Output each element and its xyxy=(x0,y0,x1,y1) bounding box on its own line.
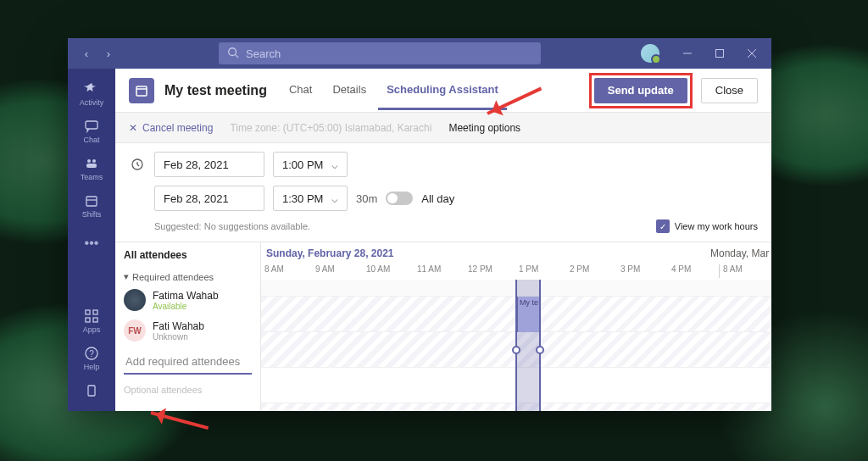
grid-area[interactable]: My te xyxy=(261,280,771,411)
hour-label: 8 AM xyxy=(719,264,770,278)
add-required-attendee-input[interactable] xyxy=(124,350,252,375)
svg-rect-9 xyxy=(86,164,97,168)
start-time-value: 1:00 PM xyxy=(282,158,323,171)
attendee-status: Available xyxy=(153,302,219,311)
meeting-tabs: Chat Details Scheduling Assistant xyxy=(281,71,507,110)
attendee-avatar xyxy=(124,289,146,311)
allday-label: All day xyxy=(421,192,454,205)
sidebar-label: Activity xyxy=(80,98,104,107)
hour-label: 11 AM xyxy=(414,264,465,278)
svg-rect-14 xyxy=(86,318,90,322)
attendee-row[interactable]: Fatima Wahab Available xyxy=(124,289,252,311)
hour-label: 4 PM xyxy=(668,264,719,278)
svg-rect-19 xyxy=(136,86,147,96)
end-date-input[interactable] xyxy=(154,186,264,211)
close-button[interactable]: Close xyxy=(701,78,758,103)
allday-toggle[interactable] xyxy=(386,192,413,205)
send-update-button[interactable]: Send update xyxy=(594,78,687,103)
start-date-input[interactable] xyxy=(154,152,264,177)
sidebar-label: Chat xyxy=(83,136,99,144)
cancel-meeting-label: Cancel meeting xyxy=(142,122,213,134)
svg-rect-18 xyxy=(88,386,95,396)
attendee-row[interactable]: FW Fati Wahab Unknown xyxy=(124,319,252,342)
svg-rect-6 xyxy=(86,121,97,129)
svg-rect-13 xyxy=(93,310,97,314)
svg-point-8 xyxy=(92,159,96,163)
close-icon: ✕ xyxy=(129,122,137,134)
attendee-avatar: FW xyxy=(124,319,146,342)
clock-icon xyxy=(129,158,146,171)
sidebar-more[interactable]: ••• xyxy=(68,225,115,262)
suggestions-text: Suggested: No suggestions available. xyxy=(154,221,310,231)
required-label: Required attendees xyxy=(132,272,214,282)
maximize-button[interactable] xyxy=(704,38,736,69)
svg-point-0 xyxy=(229,47,236,55)
attendees-column: All attendees ▾ Required attendees Fatim… xyxy=(115,242,261,411)
hour-label: 10 AM xyxy=(363,264,414,278)
cancel-meeting-button[interactable]: ✕ Cancel meeting xyxy=(129,122,213,134)
sidebar-label: Teams xyxy=(81,173,103,181)
duration-text: 30m xyxy=(356,192,377,205)
svg-rect-12 xyxy=(86,310,90,314)
main-content: My test meeting Chat Details Scheduling … xyxy=(115,69,771,411)
checkbox-icon: ✓ xyxy=(656,219,670,233)
chevron-down-icon: ⌵ xyxy=(331,158,338,171)
required-section[interactable]: ▾ Required attendees xyxy=(124,271,252,282)
meeting-title: My test meeting xyxy=(164,83,267,98)
optional-section[interactable]: Optional attendees xyxy=(124,385,252,395)
day-label-next: Monday, Mar xyxy=(710,247,769,259)
svg-rect-10 xyxy=(86,197,97,206)
optional-label: Optional attendees xyxy=(124,385,202,395)
hour-label: 2 PM xyxy=(566,264,617,278)
calendar-icon xyxy=(129,78,154,103)
attendee-name: Fati Wahab xyxy=(153,320,204,332)
attendee-status: Unknown xyxy=(153,332,204,342)
attendee-name: Fatima Wahab xyxy=(153,290,219,302)
selection-handle-right[interactable] xyxy=(536,346,544,354)
svg-point-7 xyxy=(87,159,91,163)
close-window-button[interactable] xyxy=(736,38,768,69)
svg-rect-3 xyxy=(716,50,724,58)
start-time-select[interactable]: 1:00 PM ⌵ xyxy=(273,152,348,177)
sidebar-item-teams[interactable]: Teams xyxy=(68,150,115,187)
sidebar-item-shifts[interactable]: Shifts xyxy=(68,187,115,225)
titlebar: ‹ › Search xyxy=(68,38,771,69)
forward-button[interactable]: › xyxy=(98,38,119,69)
sidebar-item-chat[interactable]: Chat xyxy=(68,113,115,150)
end-time-select[interactable]: 1:30 PM ⌵ xyxy=(273,186,348,211)
svg-line-1 xyxy=(236,54,239,58)
end-time-value: 1:30 PM xyxy=(282,192,323,205)
tab-chat[interactable]: Chat xyxy=(281,71,320,110)
selection-handle-left[interactable] xyxy=(512,346,520,354)
search-input[interactable]: Search xyxy=(219,42,541,64)
back-button[interactable]: ‹ xyxy=(76,38,97,69)
sidebar-item-download[interactable] xyxy=(68,377,115,406)
annotation-highlight: Send update xyxy=(589,73,693,108)
minimize-button[interactable] xyxy=(671,38,704,69)
workhours-label: View my work hours xyxy=(675,221,758,231)
sidebar-label: Shifts xyxy=(82,210,102,219)
search-placeholder: Search xyxy=(246,47,281,60)
meeting-subbar: ✕ Cancel meeting Time zone: (UTC+05:00) … xyxy=(115,113,771,143)
hour-label: 3 PM xyxy=(617,264,668,278)
hour-label: 1 PM xyxy=(515,264,566,278)
meeting-header: My test meeting Chat Details Scheduling … xyxy=(115,69,771,113)
time-selection[interactable] xyxy=(515,280,541,411)
tab-details[interactable]: Details xyxy=(324,71,375,110)
sidebar-item-help[interactable]: ? Help xyxy=(68,340,115,377)
hour-label: 9 AM xyxy=(312,264,363,278)
meeting-options-link[interactable]: Meeting options xyxy=(448,122,520,134)
chevron-down-icon: ⌵ xyxy=(331,192,338,205)
timezone-text: Time zone: (UTC+05:00) Islamabad, Karach… xyxy=(230,122,431,134)
sidebar-label: Help xyxy=(84,363,100,371)
sidebar-item-apps[interactable]: Apps xyxy=(68,303,115,340)
user-avatar[interactable] xyxy=(641,44,659,63)
day-label: Sunday, February 28, 2021 xyxy=(266,247,394,259)
sidebar-item-activity[interactable]: Activity xyxy=(68,75,115,113)
scheduling-grid: All attendees ▾ Required attendees Fatim… xyxy=(115,242,771,411)
hour-label: 12 PM xyxy=(465,264,515,278)
timeline[interactable]: Sunday, February 28, 2021 Monday, Mar 8 … xyxy=(261,242,771,411)
left-rail: Activity Chat Teams Shifts ••• Apps ? He… xyxy=(68,69,115,411)
workhours-checkbox[interactable]: ✓ View my work hours xyxy=(656,219,758,233)
svg-text:?: ? xyxy=(89,349,94,358)
